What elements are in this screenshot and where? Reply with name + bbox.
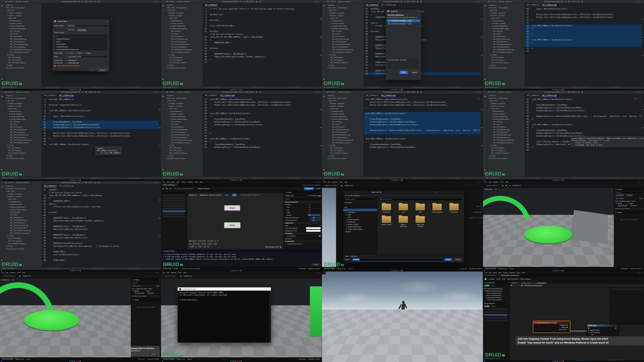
- vcs-selector[interactable]: Version control ▾: [176, 0, 190, 2]
- viewport-3d[interactable]: PerspectiveLit: [483, 188, 614, 267]
- tab-level[interactable]: Lvl_ThirdPerson: [483, 274, 499, 277]
- revision-control-button[interactable]: Revision Control: [469, 268, 481, 270]
- menu-bar[interactable]: File Edit Window Tools Help–▢×: [0, 272, 161, 274]
- open-link[interactable]: Open: [317, 195, 321, 196]
- cmd-output[interactable]: Microsoft Windows [Version 10.0.19045.59…: [178, 291, 271, 343]
- window-controls[interactable]: –▢×: [637, 272, 642, 274]
- code-editor[interactable]: 12 UCLASS() ⓘ No derived blueprint class…: [42, 188, 158, 267]
- class-options[interactable]: AAbstractNavData AActor AAIController AA…: [56, 38, 79, 50]
- color-swatch[interactable]: [306, 227, 320, 229]
- run-target-selector[interactable]: MP_CPP ▾: [407, 0, 416, 2]
- play-button[interactable]: ▶: [341, 184, 343, 187]
- menu-icon[interactable]: ≡: [484, 91, 486, 93]
- graph-button[interactable]: Graph: [316, 188, 320, 189]
- all-saved-badge[interactable]: All Saved: [138, 358, 145, 360]
- menu-icon[interactable]: ≡: [2, 182, 2, 184]
- windows-taskbar[interactable]: [322, 89, 483, 90]
- pin-specific-player[interactable]: Specific Player: [590, 330, 599, 331]
- padding-top[interactable]: Top: [287, 209, 289, 211]
- tab-viewport[interactable]: Viewport: [509, 282, 519, 284]
- project-selector[interactable]: MP_CPP ▾: [5, 91, 14, 93]
- list-item[interactable]: [484, 317, 507, 319]
- code-editor[interactable]: 8 void UMP_LANMenu::NativeOnInitialized(…: [203, 97, 320, 177]
- cmd-dropdown[interactable]: Cmd ▾: [26, 358, 31, 360]
- parent-class-list[interactable]: Q·AAbstractNavData AActor AAIController …: [54, 34, 108, 51]
- run-config-selector[interactable]: Development Editor | W... ▾: [222, 91, 244, 93]
- data-pin-icon[interactable]: [588, 330, 589, 331]
- radio-private[interactable]: [83, 52, 84, 54]
- left-toolbar[interactable]: ▦≡⋯▶◉: [483, 94, 488, 177]
- window-controls[interactable]: –▢×: [152, 91, 160, 93]
- vertical-alignment[interactable]: Vertical Alignment: [285, 219, 297, 221]
- checkbox-icon[interactable]: ✓: [388, 23, 390, 24]
- menu-icon[interactable]: ≡: [2, 91, 2, 93]
- save-icon[interactable]: 💾: [484, 278, 486, 280]
- unsaved-badge[interactable]: 1 Unsaved: [298, 268, 306, 270]
- structure-icon[interactable]: ≡: [2, 9, 2, 11]
- run-config-selector[interactable]: Development Editor | W... ▾: [61, 91, 83, 93]
- my-blueprint-search[interactable]: Search: [491, 305, 508, 307]
- folder-tree[interactable]: ▸ Favorites ▾ All ▾ Content ▸ Characters…: [343, 201, 377, 233]
- host-button-widget-selected[interactable]: Host: [224, 223, 240, 228]
- run-target-selector[interactable]: MP_CPP ▾: [246, 91, 254, 93]
- play-button[interactable]: ▶: [19, 275, 21, 277]
- exec-pin-icon[interactable]: [567, 327, 568, 328]
- project-selector[interactable]: MP_CPP ▾: [327, 91, 336, 93]
- run-config-selector[interactable]: Development Editor | W... ▾: [383, 91, 405, 93]
- cancel-button[interactable]: Cancel: [454, 258, 462, 261]
- class-settings-button[interactable]: Class Settings: [520, 278, 530, 280]
- run-button[interactable]: ▶: [578, 0, 580, 2]
- bookmark-icon[interactable]: ⚑: [511, 285, 512, 287]
- list-item[interactable]: [484, 314, 507, 316]
- data-pin-icon[interactable]: [568, 329, 568, 330]
- tab-mp-lanmenu-h[interactable]: MP_LANMenu.h: [527, 3, 539, 6]
- color-opacity-row[interactable]: Color and Opacity: [285, 227, 297, 229]
- frame-skip-icon[interactable]: ▶|: [166, 188, 168, 189]
- folder-item[interactable]: ThirdPerson: [448, 204, 460, 213]
- perspective-dropdown[interactable]: Perspective: [484, 188, 492, 190]
- project-selector[interactable]: MP_CPP ▾: [327, 0, 336, 2]
- cancel-button[interactable]: Cancel: [409, 71, 420, 74]
- run-button[interactable]: ▶: [95, 182, 96, 184]
- left-toolbar[interactable]: ▦≡⋯▶◉: [0, 184, 4, 267]
- all-saved-badge[interactable]: All Saved: [621, 268, 628, 270]
- editor-area[interactable]: MP_LANMenu.hMP_LANMenu.cpp 8 void UMP_LA…: [203, 94, 322, 177]
- tab-mp-lanmenu-cpp[interactable]: MP_LANMenu.cpp: [542, 94, 556, 97]
- tab-all-classes[interactable]: All Classes: [77, 28, 87, 31]
- editor-scrollbar[interactable]: [158, 97, 161, 177]
- editor-area[interactable]: MP_LANMenu.hMP_LANMenu.cpp void UMP_LANM…: [364, 94, 483, 177]
- add-blueprint-item-button[interactable]: + Add: [484, 305, 490, 307]
- window-controls[interactable]: –▢×: [474, 91, 482, 93]
- pin-started[interactable]: Started: [561, 327, 566, 328]
- play-button[interactable]: ▶: [502, 184, 504, 187]
- components-search[interactable]: Search: [491, 285, 508, 287]
- data-pin-icon[interactable]: [588, 332, 589, 333]
- radio-private-label[interactable]: Private: [86, 52, 91, 54]
- left-toolbar[interactable]: ▦≡⋯▶◉: [483, 3, 488, 86]
- menu-icon[interactable]: ≡: [162, 91, 164, 93]
- settings-icon[interactable]: ⚙: [420, 91, 422, 93]
- quit-preference-select[interactable]: Quit⌄: [590, 334, 604, 336]
- settings-icon[interactable]: ⚙: [98, 0, 100, 2]
- folder-tree-panel[interactable]: Search Folders ▸ Favorites ▾ All ▾ Conte…: [343, 197, 377, 254]
- folder-item[interactable]: Variant_ Platforming: [397, 216, 410, 227]
- run-button[interactable]: ▶: [578, 91, 580, 93]
- radio-public[interactable]: [74, 52, 76, 54]
- left-toolbar[interactable]: ▦≡⋯▶◉: [0, 94, 4, 177]
- perspective-dropdown[interactable]: Perspective: [2, 279, 10, 281]
- project-selector[interactable]: MP_CPP ▾: [5, 182, 14, 184]
- stop-icon[interactable]: ■: [170, 188, 171, 189]
- play-button[interactable]: ▶: [180, 275, 182, 277]
- exec-out-pin[interactable]: [616, 328, 617, 329]
- selection-mode-dropdown[interactable]: Selection Mode ▾: [2, 275, 17, 277]
- close-icon[interactable]: ×: [320, 191, 321, 193]
- details-search[interactable]: Search: [285, 198, 321, 200]
- collapse-chevron[interactable]: ⌄: [534, 331, 570, 333]
- back-icon[interactable]: ⊙: [345, 195, 346, 196]
- color-swatch[interactable]: [306, 230, 320, 232]
- editor-area[interactable]: MP_LANMenu.hMP_LANMenu.cpp 11 UCLASS() 1…: [364, 3, 483, 86]
- code-editor[interactable]: 4 #include "MP_LANMenu.h" 5 6 #include "…: [42, 97, 158, 177]
- components-tree[interactable]: BP_ThirdPersonCharacter (S... ▾ Capsule …: [483, 287, 509, 301]
- code-editor[interactable]: 11 UCLASS() 12 class MP_CPP_API UMP_LANM…: [364, 7, 480, 86]
- cmd-dropdown[interactable]: Cmd ▾: [509, 268, 514, 270]
